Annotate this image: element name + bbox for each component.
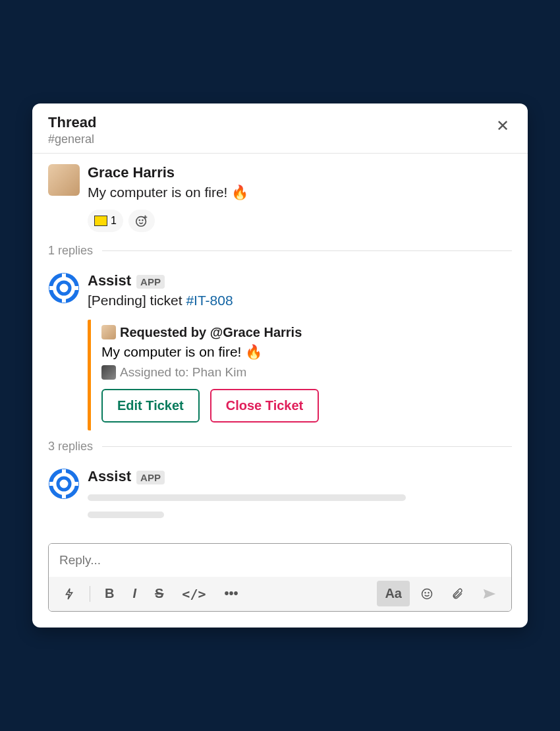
author-line: Assist APP — [88, 468, 512, 485]
requested-by-text: Requested by @Grace Harris — [120, 325, 302, 340]
author-line: Grace Harris — [88, 164, 512, 181]
ticket-link[interactable]: #IT-808 — [186, 293, 233, 308]
avatar-grace[interactable] — [48, 164, 80, 196]
attachment-header: Requested by @Grace Harris — [101, 325, 504, 340]
assignee-avatar — [101, 365, 116, 380]
message-body: Assist APP [Pending] ticket #IT-808 — [88, 272, 512, 310]
svg-point-16 — [425, 593, 426, 593]
add-reaction-icon — [134, 214, 149, 228]
svg-rect-6 — [62, 297, 66, 303]
header-row: Thread #general ✕ — [48, 114, 512, 146]
app-badge: APP — [136, 275, 165, 289]
message-grace: Grace Harris My computer is on fire! 🔥 1 — [32, 154, 528, 234]
attachment-body: My computer is on fire! 🔥 — [101, 344, 504, 360]
strikethrough-button[interactable]: S — [147, 581, 171, 606]
reply-composer: B I S </> ••• Aa — [48, 543, 512, 612]
placeholder-line — [88, 512, 164, 518]
replies-divider-2: 3 replies — [32, 430, 528, 457]
header-left: Thread #general — [48, 114, 96, 146]
edit-ticket-button[interactable]: Edit Ticket — [101, 389, 200, 423]
replies-divider-1: 1 replies — [32, 235, 528, 262]
thread-header: Thread #general ✕ — [32, 103, 528, 154]
smile-icon — [420, 587, 434, 600]
message-text: My computer is on fire! 🔥 — [88, 183, 512, 202]
more-formatting-button[interactable]: ••• — [216, 581, 246, 606]
divider-line — [102, 250, 512, 251]
message-assist-1: Assist APP [Pending] ticket #IT-808 — [32, 262, 528, 313]
replies-count-1: 1 replies — [48, 244, 93, 258]
svg-rect-13 — [49, 482, 55, 486]
bold-button[interactable]: B — [97, 581, 122, 606]
composer-toolbar: B I S </> ••• Aa — [49, 577, 511, 611]
send-icon — [482, 587, 497, 600]
svg-point-10 — [58, 478, 70, 490]
svg-rect-12 — [62, 493, 66, 498]
reaction-emoji[interactable]: 1 — [88, 210, 123, 232]
assist-app-icon — [48, 272, 80, 304]
app-badge: APP — [136, 471, 165, 484]
assigned-line: Assigned to: Phan Kim — [101, 365, 504, 380]
author-line: Assist APP — [88, 272, 512, 289]
svg-rect-8 — [73, 286, 78, 290]
paperclip-icon — [452, 587, 464, 600]
message-assist-2: Assist APP — [32, 457, 528, 531]
svg-rect-7 — [49, 286, 55, 290]
avatar-assist[interactable] — [48, 272, 80, 304]
svg-rect-14 — [73, 482, 78, 486]
requester-avatar — [101, 325, 116, 339]
message-body: Grace Harris My computer is on fire! 🔥 1 — [88, 164, 512, 231]
emoji-button[interactable] — [412, 582, 441, 606]
code-button[interactable]: </> — [174, 581, 213, 607]
lightning-icon[interactable] — [55, 582, 83, 606]
svg-point-4 — [58, 282, 70, 294]
close-icon[interactable]: ✕ — [493, 114, 512, 138]
message-text: [Pending] ticket #IT-808 — [88, 291, 512, 310]
svg-point-1 — [139, 219, 140, 220]
reaction-count: 1 — [111, 215, 117, 227]
text-format-toggle[interactable]: Aa — [377, 581, 410, 606]
author-name[interactable]: Assist — [88, 468, 131, 485]
thread-title: Thread — [48, 114, 96, 131]
svg-rect-11 — [62, 469, 66, 475]
replies-count-2: 3 replies — [48, 440, 93, 453]
assigned-text: Assigned to: Phan Kim — [120, 365, 246, 380]
italic-button[interactable]: I — [125, 581, 144, 606]
reactions-bar: 1 — [88, 210, 512, 232]
author-name[interactable]: Grace Harris — [88, 164, 175, 181]
ticket-attachment: Requested by @Grace Harris My computer i… — [88, 320, 512, 430]
lightning-svg — [63, 587, 75, 600]
channel-name[interactable]: #general — [48, 132, 96, 146]
svg-point-17 — [428, 593, 429, 593]
assist-app-icon — [48, 468, 80, 500]
divider-line — [102, 446, 512, 447]
svg-point-2 — [142, 219, 143, 220]
toolbar-divider — [90, 586, 90, 602]
avatar-assist[interactable] — [48, 468, 80, 500]
close-ticket-button[interactable]: Close Ticket — [210, 389, 319, 423]
message-body: Assist APP — [88, 468, 512, 529]
svg-point-0 — [136, 216, 146, 226]
ticket-status-text: [Pending] ticket — [88, 293, 186, 308]
author-name[interactable]: Assist — [88, 272, 131, 289]
svg-rect-5 — [62, 274, 66, 279]
attach-button[interactable] — [444, 582, 472, 606]
placeholder-line — [88, 494, 406, 501]
add-reaction-button[interactable] — [128, 210, 155, 232]
send-button[interactable] — [474, 582, 505, 606]
ticket-buttons: Edit Ticket Close Ticket — [101, 389, 504, 423]
thread-panel: Thread #general ✕ Grace Harris My comput… — [32, 103, 528, 628]
reaction-emoji-icon — [94, 216, 107, 226]
svg-point-15 — [422, 589, 432, 599]
reply-input[interactable] — [49, 544, 511, 577]
loading-placeholder — [88, 494, 512, 518]
